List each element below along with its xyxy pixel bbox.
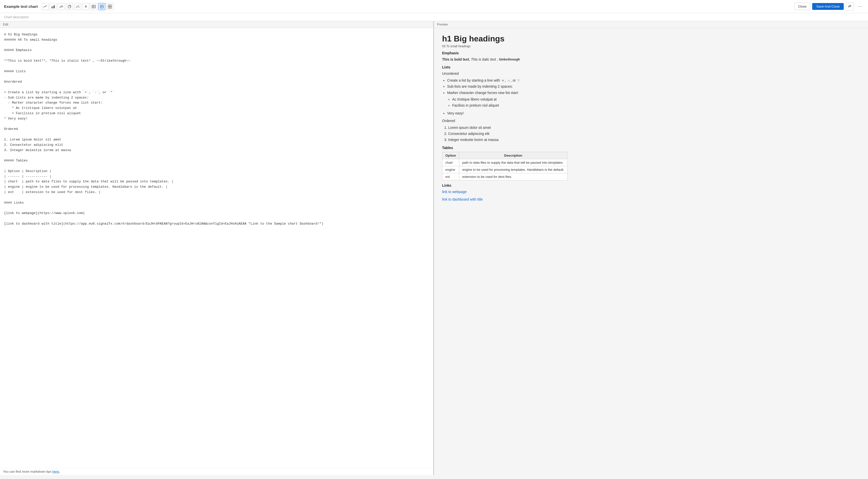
table-cell: ext bbox=[442, 173, 459, 180]
list-item: Consectetur adipiscing elit bbox=[448, 131, 860, 137]
svg-rect-1 bbox=[53, 6, 54, 8]
table-cell: engine to be used for processing templat… bbox=[459, 166, 567, 173]
text-icon[interactable] bbox=[98, 3, 105, 10]
links-heading: Links bbox=[442, 183, 860, 187]
link-dashboard[interactable]: link to dashboard with title bbox=[442, 197, 483, 201]
line-chart-icon[interactable] bbox=[42, 3, 49, 10]
emphasis-text: This is bold text, This is italic text ,… bbox=[442, 57, 860, 62]
svg-rect-20 bbox=[110, 7, 112, 8]
preview-pane: Preview h1 Big headings h6 To small head… bbox=[434, 21, 868, 475]
table-header-option: Option bbox=[442, 152, 459, 159]
share-button[interactable] bbox=[846, 2, 854, 10]
editor-footer: You can find more markdown tips here. bbox=[0, 468, 433, 475]
table-header-description: Description bbox=[459, 152, 567, 159]
table-cell: chart bbox=[442, 159, 459, 166]
header: Example text chart 4 bbox=[0, 0, 868, 13]
number-icon[interactable]: 4 bbox=[82, 3, 89, 10]
nested-list-item: Facilisis in pretium nisl aliquet bbox=[452, 102, 860, 108]
table-icon[interactable] bbox=[90, 3, 97, 10]
list-item: Create a list by starting a line with +,… bbox=[447, 78, 860, 83]
preview-h1: h1 Big headings bbox=[442, 34, 860, 43]
link-webpage[interactable]: link to webpage bbox=[442, 190, 467, 194]
lists-heading: Lists bbox=[442, 65, 860, 69]
header-actions: Close Save And Close ··· bbox=[794, 2, 864, 10]
markdown-editor[interactable] bbox=[0, 28, 433, 468]
nested-list: Ac tristique libero volutpat at Facilisi… bbox=[452, 96, 860, 109]
svg-rect-0 bbox=[52, 6, 52, 8]
more-menu-button[interactable]: ··· bbox=[856, 2, 864, 10]
toolbar: 4 bbox=[42, 3, 114, 10]
close-button[interactable]: Close bbox=[794, 3, 810, 10]
nested-list-item: Ac tristique libero volutpat at bbox=[452, 96, 860, 102]
preview-h6: h6 To small headings bbox=[442, 44, 860, 48]
list-item: Marker character change forces new list … bbox=[447, 90, 860, 109]
list-item: Integer molestie lorem at massa bbox=[448, 137, 860, 143]
svg-point-5 bbox=[77, 6, 78, 6]
table-row: engine engine to be used for processing … bbox=[442, 166, 567, 173]
preview-table: Option Description chart path to data fi… bbox=[442, 152, 567, 180]
link2-paragraph: link to dashboard with title bbox=[442, 197, 860, 202]
list-item: Very easy! bbox=[447, 111, 860, 116]
list-item: Sub-lists are made by indenting 2 spaces… bbox=[447, 84, 860, 89]
svg-point-4 bbox=[76, 7, 77, 8]
footer-link[interactable]: here. bbox=[52, 470, 60, 474]
table-cell: engine bbox=[442, 166, 459, 173]
ordered-list: Lorem ipsum dolor sit amet Consectetur a… bbox=[448, 125, 860, 143]
scatter-icon[interactable] bbox=[74, 3, 81, 10]
list-item: Lorem ipsum dolor sit amet bbox=[448, 125, 860, 130]
bold-text: This is bold text bbox=[442, 57, 469, 61]
svg-point-8 bbox=[79, 6, 80, 7]
tables-heading: Tables bbox=[442, 146, 860, 150]
italic-text: This is italic text bbox=[471, 57, 496, 61]
unordered-list: Create a list by starting a line with +,… bbox=[447, 78, 860, 116]
table-row: ext extension to be used for dest files. bbox=[442, 173, 567, 180]
page-title: Example text chart bbox=[4, 4, 38, 8]
split-container: Edit You can find more markdown tips her… bbox=[0, 21, 868, 475]
svg-rect-19 bbox=[108, 7, 110, 8]
svg-rect-2 bbox=[54, 5, 55, 8]
table-cell: path to data files to supply the data th… bbox=[459, 159, 567, 166]
svg-point-7 bbox=[78, 5, 79, 6]
preview-area: h1 Big headings h6 To small headings Emp… bbox=[434, 28, 868, 475]
svg-rect-9 bbox=[92, 5, 95, 8]
footer-text: You can find more markdown tips bbox=[3, 470, 52, 474]
bar-chart-icon[interactable] bbox=[50, 3, 57, 10]
svg-point-6 bbox=[78, 6, 78, 7]
ordered-subheading: Ordered bbox=[442, 118, 860, 123]
table-header-row: Option Description bbox=[442, 152, 567, 159]
area-chart-icon[interactable] bbox=[58, 3, 65, 10]
strikethrough-text: Strikethrough bbox=[499, 57, 520, 61]
table-row: chart path to data files to supply the d… bbox=[442, 159, 567, 166]
preview-pane-label: Preview bbox=[434, 21, 868, 28]
grid-icon[interactable] bbox=[106, 3, 114, 10]
link1-paragraph: link to webpage bbox=[442, 189, 860, 194]
table-cell: extension to be used for dest files. bbox=[459, 173, 567, 180]
svg-rect-18 bbox=[110, 5, 112, 6]
edit-pane: Edit You can find more markdown tips her… bbox=[0, 21, 434, 475]
pie-chart-icon[interactable] bbox=[66, 3, 73, 10]
emphasis-heading: Emphasis bbox=[442, 51, 860, 55]
chart-description: Chart description bbox=[0, 13, 868, 21]
unordered-subheading: Unordered bbox=[442, 71, 860, 76]
svg-rect-17 bbox=[108, 5, 110, 6]
save-button[interactable]: Save And Close bbox=[812, 3, 844, 10]
edit-pane-label: Edit bbox=[0, 21, 433, 28]
